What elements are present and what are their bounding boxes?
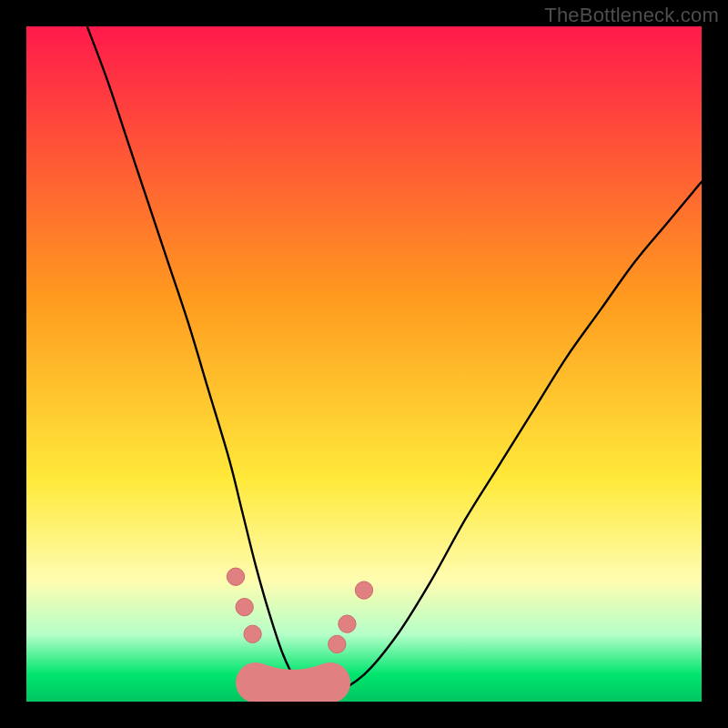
background-gradient [26,26,702,702]
watermark-text: TheBottleneck.com [544,4,719,27]
plot-area [26,26,702,702]
svg-rect-0 [26,26,702,702]
chart-frame: TheBottleneck.com [0,0,728,728]
